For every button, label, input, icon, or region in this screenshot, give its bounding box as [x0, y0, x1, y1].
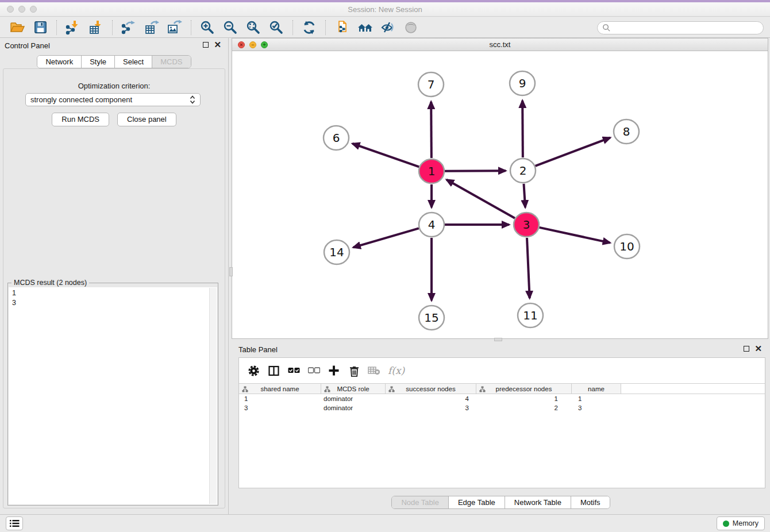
- selected-criterion: strongly connected component: [30, 95, 190, 104]
- save-session-icon[interactable]: [32, 20, 49, 36]
- graph-node-label-1: 1: [428, 164, 436, 178]
- graph-node-label-14: 14: [329, 245, 344, 259]
- chevron-updown-icon: [190, 95, 195, 104]
- zoom-selected-icon[interactable]: [268, 20, 285, 36]
- memory-button[interactable]: Memory: [717, 516, 765, 530]
- table-settings-gear-icon[interactable]: [245, 363, 262, 378]
- main-toolbar: [0, 17, 770, 38]
- cell-mcds-role: dominator: [321, 404, 386, 411]
- list-icon: [10, 519, 20, 527]
- graph-edge-3-10[interactable]: [539, 228, 610, 243]
- graph-edge-1-7[interactable]: [431, 102, 432, 158]
- graph-node-label-4: 4: [428, 218, 436, 232]
- graph-node-label-10: 10: [619, 240, 634, 253]
- run-mcds-button[interactable]: Run MCDS: [52, 113, 109, 126]
- graph-edge-2-9[interactable]: [522, 101, 523, 157]
- result-scrollbar[interactable]: [209, 288, 217, 504]
- delete-column-trash-icon[interactable]: [345, 363, 363, 378]
- tab-select[interactable]: Select: [115, 56, 152, 68]
- memory-status-dot: [723, 521, 729, 527]
- cell-successor-nodes: 3: [386, 404, 476, 411]
- column-type-icon: [388, 386, 395, 392]
- network-graph[interactable]: 7968124314101511: [232, 51, 768, 339]
- splitter-vertical-grip[interactable]: [229, 267, 233, 276]
- birdseye-icon[interactable]: [402, 20, 419, 36]
- tab-network[interactable]: Network: [37, 56, 82, 68]
- table-row[interactable]: 3 dominator 3 2 3: [239, 403, 765, 413]
- zoom-out-icon[interactable]: [222, 20, 239, 36]
- column-header-predecessor-nodes[interactable]: predecessor nodes: [476, 384, 572, 394]
- cell-successor-nodes: 4: [386, 395, 476, 402]
- zoom-in-icon[interactable]: [199, 20, 216, 36]
- table-panel-header: Table Panel ✕: [232, 342, 770, 357]
- network-canvas[interactable]: 7968124314101511: [232, 51, 768, 338]
- cell-predecessor-nodes: 1: [476, 395, 572, 402]
- task-history-button[interactable]: [6, 516, 23, 530]
- column-header-shared-name[interactable]: shared name: [239, 384, 321, 394]
- graph-edge-4-14[interactable]: [353, 228, 419, 247]
- show-column-panel-icon[interactable]: [265, 363, 282, 378]
- tab-motifs[interactable]: Motifs: [571, 496, 610, 508]
- close-table-panel-icon[interactable]: ✕: [754, 345, 762, 352]
- optimization-criterion-label: Optimization criterion:: [3, 82, 225, 90]
- export-image-icon[interactable]: [166, 20, 183, 36]
- cell-name: 1: [572, 395, 621, 402]
- float-table-panel-icon[interactable]: [744, 346, 749, 352]
- graph-edge-3-11[interactable]: [527, 238, 530, 298]
- graph-edge-2-8[interactable]: [536, 138, 610, 166]
- home-icon[interactable]: [356, 20, 374, 36]
- clone-network-icon[interactable]: [333, 20, 351, 36]
- search-icon: [602, 24, 611, 32]
- graph-edge-2-3[interactable]: [523, 184, 525, 207]
- column-header-successor-nodes[interactable]: successor nodes: [386, 384, 476, 394]
- network-window-titlebar[interactable]: × − + scc.txt: [232, 38, 768, 51]
- tab-mcds[interactable]: MCDS: [152, 56, 190, 68]
- tab-network-table[interactable]: Network Table: [505, 496, 571, 508]
- mcds-result-text[interactable]: 1 3: [9, 287, 217, 504]
- graph-node-label-2: 2: [519, 164, 527, 178]
- close-panel-button[interactable]: Close panel: [117, 113, 176, 126]
- zoom-fit-icon[interactable]: [245, 20, 262, 36]
- tab-style[interactable]: Style: [82, 56, 115, 68]
- splitter-horizontal-grip[interactable]: [494, 338, 502, 341]
- column-type-icon: [242, 386, 248, 392]
- toolbar-search[interactable]: [597, 21, 764, 34]
- import-table-icon[interactable]: [87, 20, 105, 36]
- float-panel-icon[interactable]: [203, 42, 209, 48]
- hide-details-icon[interactable]: [379, 20, 396, 36]
- table-panel: Table Panel ✕: [232, 342, 770, 514]
- control-panel-title: Control Panel: [5, 41, 50, 50]
- deselect-all-columns-icon[interactable]: [305, 363, 322, 378]
- memory-label: Memory: [733, 519, 759, 527]
- node-table-container: f(x) shared name MCDS role successor nod…: [238, 357, 765, 488]
- search-input[interactable]: [611, 23, 763, 33]
- create-column-plus-icon[interactable]: [325, 363, 342, 378]
- graph-node-label-3: 3: [523, 218, 530, 232]
- open-session-icon[interactable]: [9, 20, 26, 36]
- import-network-icon[interactable]: [64, 20, 82, 36]
- column-header-name[interactable]: name: [572, 384, 621, 394]
- status-bar: Memory: [0, 514, 770, 532]
- window-title: Session: New Session: [0, 5, 770, 14]
- export-network-icon[interactable]: [120, 20, 137, 36]
- graph-edge-3-1[interactable]: [446, 180, 515, 218]
- toolbar-separator: [191, 20, 191, 35]
- export-table-icon[interactable]: [143, 20, 160, 36]
- toolbar-separator: [56, 20, 57, 35]
- tab-edge-table[interactable]: Edge Table: [449, 496, 505, 508]
- apply-layout-icon[interactable]: [301, 20, 318, 36]
- optimization-criterion-select[interactable]: strongly connected component: [25, 93, 201, 106]
- graph-node-label-7: 7: [428, 78, 435, 91]
- tab-node-table[interactable]: Node Table: [392, 496, 449, 508]
- table-header-row: shared name MCDS role successor nodes pr…: [239, 383, 765, 394]
- graph-node-label-11: 11: [523, 309, 537, 322]
- table-row[interactable]: 1 dominator 4 1 1: [239, 394, 765, 403]
- column-header-mcds-role[interactable]: MCDS role: [321, 384, 386, 394]
- select-all-columns-icon[interactable]: [285, 363, 302, 378]
- function-builder-icon: f(x): [388, 365, 405, 376]
- delete-table-icon: [365, 363, 383, 378]
- cell-name: 3: [572, 404, 621, 411]
- graph-edge-1-2[interactable]: [445, 171, 506, 171]
- close-panel-icon[interactable]: ✕: [214, 41, 221, 48]
- graph-edge-1-6[interactable]: [352, 144, 419, 167]
